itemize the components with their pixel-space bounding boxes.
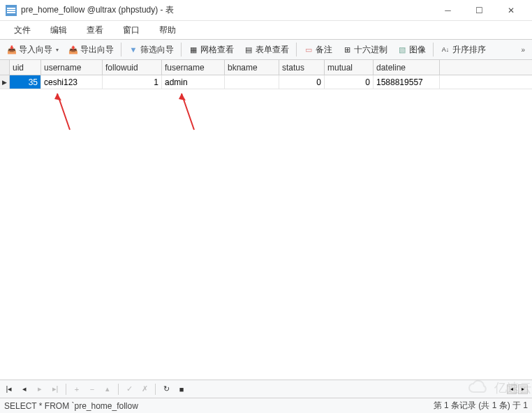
table-row[interactable]: ▶ 35 ceshi123 1 admin 0 0 1588819557	[0, 75, 532, 89]
memo-label: 备注	[316, 44, 332, 56]
nav-prev[interactable]: ◂	[20, 384, 29, 393]
grid-view-button[interactable]: ▦网格查看	[184, 42, 238, 58]
svg-marker-4	[54, 93, 61, 100]
cell-mutual[interactable]: 0	[325, 75, 374, 89]
cell-status[interactable]: 0	[279, 75, 325, 89]
col-dateline[interactable]: dateline	[374, 60, 440, 75]
image-button[interactable]: ▧图像	[393, 42, 430, 58]
nav-stop[interactable]: ■	[177, 385, 186, 393]
filter-label: 筛选向导	[140, 44, 174, 56]
window-title: pre_home_follow @ultrax (phpstudy) - 表	[21, 4, 432, 16]
col-fusername[interactable]: fusername	[162, 60, 225, 75]
nav-add[interactable]: +	[72, 385, 82, 393]
cell-username[interactable]: ceshi123	[41, 75, 103, 89]
nav-first[interactable]: |◂	[4, 384, 14, 393]
nav-delete[interactable]: −	[87, 385, 97, 393]
cell-followuid[interactable]: 1	[103, 75, 162, 89]
export-icon: 📤	[68, 45, 78, 54]
title-bar: pre_home_follow @ultrax (phpstudy) - 表 ─…	[0, 0, 532, 21]
memo-button[interactable]: ▭备注	[300, 42, 337, 58]
filter-wizard-button[interactable]: ▼筛选向导	[124, 42, 178, 58]
row-header-corner	[0, 60, 10, 75]
nav-last[interactable]: ▸|	[50, 384, 60, 393]
nav-cancel[interactable]: ✗	[140, 384, 149, 393]
svg-rect-1	[7, 10, 15, 11]
col-followuid[interactable]: followuid	[103, 60, 162, 75]
nav-edit[interactable]: ▴	[103, 384, 112, 393]
toolbar-overflow[interactable]: »	[517, 44, 529, 56]
svg-marker-6	[179, 93, 186, 100]
cell-dateline[interactable]: 1588819557	[374, 75, 440, 89]
menu-file[interactable]: 文件	[4, 22, 40, 39]
filter-icon: ▼	[128, 45, 138, 54]
export-label: 导出向导	[80, 44, 114, 56]
nav-refresh[interactable]: ↻	[161, 384, 171, 393]
memo-icon: ▭	[304, 45, 313, 54]
svg-rect-0	[7, 8, 15, 9]
menu-view[interactable]: 查看	[77, 22, 113, 39]
form-icon: ▤	[244, 45, 253, 54]
status-sql: SELECT * FROM `pre_home_follow	[4, 401, 434, 411]
import-label: 导入向导	[19, 44, 52, 56]
col-mutual[interactable]: mutual	[325, 60, 374, 75]
grid-header: uid username followuid fusername bkname …	[0, 60, 532, 75]
close-button[interactable]: ✕	[495, 0, 526, 21]
menu-help[interactable]: 帮助	[149, 22, 186, 39]
import-wizard-button[interactable]: 📥导入向导▾	[3, 42, 63, 58]
sort-asc-button[interactable]: A↓升序排序	[436, 42, 490, 58]
record-navigator: |◂ ◂ ▸ ▸| + − ▴ ✓ ✗ ↻ ■ ◂ ▸	[0, 380, 532, 398]
cell-uid[interactable]: 35	[10, 75, 41, 89]
form-view-button[interactable]: ▤表单查看	[239, 42, 293, 58]
import-icon: 📥	[7, 45, 17, 54]
gridview-label: 网格查看	[200, 44, 234, 56]
col-username[interactable]: username	[41, 60, 103, 75]
menu-window[interactable]: 窗口	[113, 22, 149, 39]
annotation-arrow-1	[49, 88, 77, 139]
scroll-right-icon[interactable]: ▸	[518, 384, 528, 394]
formview-label: 表单查看	[256, 44, 289, 56]
col-status[interactable]: status	[279, 60, 325, 75]
grid-icon: ▦	[189, 45, 198, 54]
col-uid[interactable]: uid	[10, 60, 41, 75]
image-icon: ▧	[397, 45, 407, 54]
nav-apply[interactable]: ✓	[124, 384, 134, 393]
app-icon	[6, 5, 17, 16]
menu-bar: 文件 编辑 查看 窗口 帮助	[0, 21, 532, 39]
toolbar: 📥导入向导▾ 📤导出向导 ▼筛选向导 ▦网格查看 ▤表单查看 ▭备注 ⊞十六进制…	[0, 39, 532, 60]
hex-button[interactable]: ⊞十六进制	[338, 42, 392, 58]
scroll-left-icon[interactable]: ◂	[507, 384, 517, 394]
status-bar: SELECT * FROM `pre_home_follow 第 1 条记录 (…	[0, 398, 532, 413]
row-indicator: ▶	[0, 75, 10, 89]
cell-fusername[interactable]: admin	[162, 75, 225, 89]
hex-icon: ⊞	[342, 45, 352, 54]
horizontal-scrollbar[interactable]: ◂ ▸	[507, 384, 528, 394]
svg-line-5	[182, 93, 194, 130]
minimize-button[interactable]: ─	[432, 0, 464, 21]
sort-icon: A↓	[441, 45, 450, 54]
col-bkname[interactable]: bkname	[225, 60, 279, 75]
annotation-arrow-2	[173, 88, 201, 139]
sort-label: 升序排序	[452, 44, 486, 56]
menu-edit[interactable]: 编辑	[40, 22, 77, 39]
export-wizard-button[interactable]: 📤导出向导	[64, 42, 118, 58]
svg-line-3	[57, 93, 70, 130]
nav-next[interactable]: ▸	[35, 384, 45, 393]
hex-label: 十六进制	[354, 44, 387, 56]
cell-bkname[interactable]	[225, 75, 279, 89]
status-record: 第 1 条记录 (共 1 条) 于 1	[434, 400, 528, 412]
data-grid: uid username followuid fusername bkname …	[0, 60, 532, 89]
svg-rect-2	[7, 12, 15, 13]
maximize-button[interactable]: ☐	[464, 0, 495, 21]
image-label: 图像	[409, 44, 426, 56]
